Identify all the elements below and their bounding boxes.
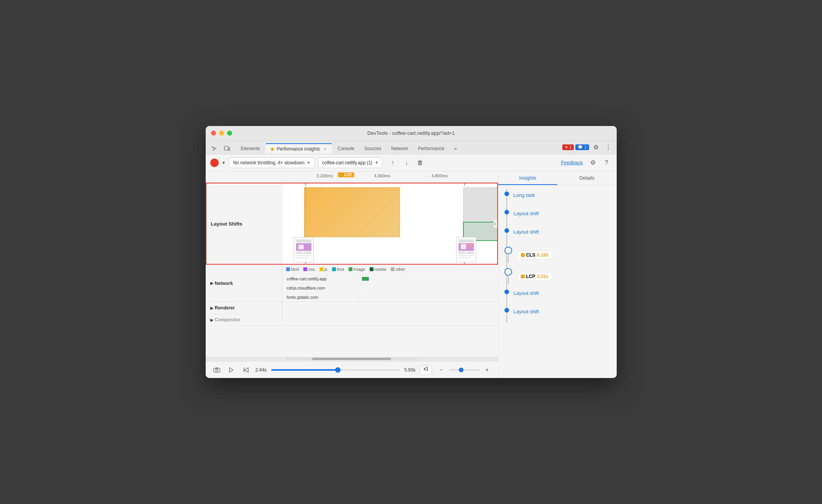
tab-elements[interactable]: Elements (236, 143, 265, 154)
dot-cls (504, 247, 512, 254)
skip-to-start-icon[interactable] (241, 365, 251, 375)
dot-6 (504, 308, 509, 313)
download-icon[interactable]: ↓ (401, 157, 412, 168)
dot-3 (504, 228, 509, 233)
upload-icon[interactable]: ↑ (387, 157, 398, 168)
long-task-link[interactable]: Long task (514, 192, 535, 198)
left-panel: 3,200ms 4,000ms 4,800ms LCP Layout Shift… (206, 171, 498, 378)
timeline-header: 3,200ms 4,000ms 4,800ms LCP (206, 171, 498, 183)
svg-rect-14 (461, 244, 466, 249)
timeline-item-cls: CLS 0.193 (504, 247, 611, 263)
settings-icon[interactable]: ⚙ (591, 142, 601, 152)
scrollbar-thumb[interactable] (312, 358, 391, 360)
tab-bar: Elements Performance insights × Console … (206, 141, 617, 154)
dot-container-5 (504, 290, 509, 303)
thumbnail-2[interactable] (456, 237, 476, 262)
network-row-3[interactable]: fonts.gstatic.com (282, 293, 498, 302)
menu-dots-icon[interactable]: ⋮ (603, 142, 614, 152)
minimize-button[interactable] (219, 131, 224, 136)
network-row-1[interactable]: coffee-cart.netlify.app (282, 274, 498, 283)
legend-bar: html css js (282, 265, 498, 274)
tab-performance-insights[interactable]: Performance insights × (265, 143, 332, 154)
target-select[interactable]: coffee-cart.netlify.app (1) ▼ (318, 157, 383, 168)
compositor-expand-icon[interactable]: ▶ (210, 318, 213, 322)
scrollbar-track[interactable] (286, 358, 418, 360)
dot-container-2 (504, 210, 509, 224)
cursor-icon[interactable] (209, 143, 219, 154)
tab-console[interactable]: Console (333, 143, 359, 154)
record-dropdown[interactable]: ▼ (222, 160, 226, 165)
cls-badge[interactable]: CLS 0.193 (517, 250, 553, 260)
item-content-ls3: Layout shift (514, 290, 611, 296)
help-icon[interactable]: ? (601, 157, 612, 168)
layout-shifts-visualization[interactable]: › (283, 183, 497, 264)
scroll-right-arrow[interactable]: › (494, 220, 497, 227)
svg-rect-1 (228, 148, 230, 151)
dot-container-1 (504, 191, 509, 205)
shift-block-orange[interactable] (304, 187, 400, 237)
tab-more[interactable]: » (450, 143, 462, 154)
playback-slider-container[interactable] (271, 369, 400, 371)
zoom-out-icon[interactable]: − (437, 365, 446, 375)
zoom-thumb[interactable] (459, 368, 463, 372)
error-badge[interactable]: ✕1 (562, 144, 574, 150)
compositor-section: ▶ Compositor (206, 314, 498, 326)
tab-details[interactable]: Details (557, 171, 617, 185)
speed-select[interactable]: x1 (420, 365, 432, 375)
target-arrow-icon: ▼ (375, 160, 378, 165)
dot-lcp (504, 268, 512, 276)
timeline-sections: Layout Shifts (206, 183, 498, 357)
feedback-link[interactable]: Feedback (561, 160, 583, 165)
line-cls (508, 255, 509, 263)
svg-rect-17 (466, 252, 474, 254)
item-content-cls: CLS 0.193 (517, 250, 611, 260)
close-button[interactable] (211, 131, 216, 136)
svg-rect-16 (458, 252, 465, 254)
svg-rect-15 (467, 244, 473, 247)
settings-gear-icon[interactable]: ⚙ (588, 157, 598, 168)
network-expand-icon[interactable]: ▶ (210, 281, 213, 285)
svg-point-21 (216, 369, 218, 371)
layout-shift-3-link[interactable]: Layout shift (514, 290, 539, 296)
layout-shift-2-link[interactable]: Layout shift (514, 229, 539, 235)
net-bar-1 (362, 277, 369, 281)
delete-icon[interactable]: 🗑 (415, 157, 426, 168)
device-icon[interactable] (222, 143, 233, 154)
maximize-button[interactable] (227, 131, 232, 136)
zoom-slider-container[interactable] (449, 369, 480, 371)
playback-thumb[interactable] (335, 367, 341, 373)
tab-close-button[interactable]: × (322, 146, 327, 152)
svg-marker-2 (270, 147, 274, 151)
playback-slider[interactable] (271, 369, 400, 371)
tab-sources[interactable]: Sources (360, 143, 386, 154)
play-button[interactable] (226, 365, 236, 375)
legend-font: font (332, 267, 344, 272)
line-3 (506, 234, 507, 241)
dot-2 (504, 210, 509, 214)
svg-rect-4 (296, 239, 311, 242)
message-badge[interactable]: 💬1 (575, 144, 589, 150)
screenshot-toggle-icon[interactable] (212, 365, 222, 375)
thumbnail-1[interactable] (294, 237, 314, 262)
svg-rect-0 (224, 146, 228, 150)
timeline-item-layout-shift-1: Layout shift (504, 210, 611, 224)
network-row-3-content (359, 293, 498, 301)
layout-shift-4-link[interactable]: Layout shift (514, 309, 539, 314)
tab-performance[interactable]: Performance (413, 143, 449, 154)
layout-shift-1-link[interactable]: Layout shift (514, 211, 539, 216)
dot-container-3 (504, 228, 509, 242)
tab-network[interactable]: Network (386, 143, 413, 154)
renderer-expand-icon[interactable]: ▶ (210, 306, 213, 310)
tab-insights[interactable]: Insights (498, 171, 558, 185)
zoom-slider[interactable] (449, 369, 480, 371)
lcp-badge-pill[interactable]: LCP 3.31s (517, 272, 553, 281)
network-throttle-select[interactable]: No network throttling, 4× slowdown ▼ (229, 157, 314, 168)
zoom-in-icon[interactable]: + (483, 365, 492, 375)
record-button[interactable] (210, 159, 219, 167)
network-row-2[interactable]: cdnjs.cloudflare.com (282, 283, 498, 293)
svg-rect-9 (296, 255, 311, 256)
item-content-ls4: Layout shift (514, 308, 611, 315)
layout-shifts-content[interactable]: › (283, 183, 497, 264)
network-rows: coffee-cart.netlify.app cdnjs.cloudflare… (282, 274, 498, 302)
item-content-lcp: LCP 3.31s (517, 272, 611, 281)
